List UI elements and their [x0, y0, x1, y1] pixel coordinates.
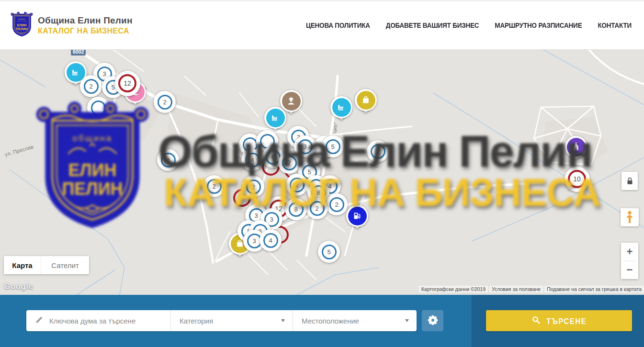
fuel-icon [348, 207, 367, 225]
cluster-count: 2 [251, 183, 255, 190]
cluster-marker[interactable]: 2 [326, 193, 348, 215]
zoom-out-button[interactable]: − [621, 261, 638, 279]
factory-icon [266, 109, 285, 127]
pin-church[interactable] [565, 136, 587, 165]
pin-head [330, 96, 352, 118]
search-button-label: ТЪРСЕНЕ [546, 316, 587, 325]
chevron-down-icon [281, 319, 285, 322]
cluster-count: 12 [124, 79, 131, 87]
pencil-icon [35, 315, 44, 326]
map-type-map-button[interactable]: Карта [4, 256, 41, 274]
attribution-terms-link[interactable]: Условия за ползване [489, 286, 543, 292]
cluster-count: 8 [316, 189, 320, 196]
cluster-marker[interactable]: 2 [154, 91, 176, 113]
location-select[interactable]: Местоположение [293, 310, 417, 331]
search-bar-right: ТЪРСЕНЕ [472, 295, 644, 347]
cluster-marker[interactable]: 2 [80, 75, 102, 97]
keyword-field [26, 310, 171, 331]
map-attribution: Картографски данни ©2019 Условия за полз… [419, 286, 644, 292]
cluster-count: 5 [327, 248, 330, 256]
cluster-marker[interactable]: 5 [318, 241, 340, 263]
cluster-marker[interactable]: 2 [203, 175, 225, 197]
cluster-ring: 2 [246, 179, 261, 194]
street-view-pegman[interactable] [621, 208, 639, 226]
cluster-count: 3 [102, 70, 106, 78]
cluster-marker[interactable]: 12 [115, 71, 140, 96]
attribution-report-link[interactable]: Подаване на сигнал за грешка в картата [544, 286, 644, 292]
cluster-count: 7 [287, 159, 291, 167]
nav-route-schedule[interactable]: МАРШРУТНО РАЗПИСАНИЕ [495, 22, 582, 29]
cluster-marker[interactable]: 3 [294, 135, 316, 157]
map-type-control: Карта Сателит [4, 256, 89, 274]
location-label: Местоположение [302, 317, 359, 325]
pin-head [355, 89, 377, 111]
search-input-group: Категория Местоположение [26, 310, 417, 331]
gear-icon [428, 315, 438, 327]
cluster-marker[interactable]: 7 [278, 152, 300, 174]
cluster-marker[interactable] [367, 140, 389, 162]
cluster-count: 2 [295, 181, 298, 189]
pin-bag[interactable] [355, 89, 377, 118]
cluster-ring: 2 [290, 178, 305, 192]
cluster-ring: 2 [310, 201, 325, 216]
cluster-ring [371, 144, 385, 159]
cluster-marker[interactable]: 4 [241, 149, 263, 171]
cluster-ring: 5 [326, 139, 340, 154]
svg-text:ПЕЛИН: ПЕЛИН [16, 27, 28, 31]
cluster-marker[interactable]: 5 [322, 135, 344, 157]
keyword-input[interactable] [49, 317, 159, 325]
cluster-count: 5 [331, 143, 334, 150]
cluster-count: 2 [212, 183, 215, 190]
lock-button[interactable] [621, 172, 638, 190]
pin-fuel[interactable] [346, 205, 368, 234]
cluster-marker[interactable]: 10 [565, 167, 590, 192]
cluster-ring: 4 [245, 153, 260, 168]
google-logo[interactable]: Google [4, 282, 34, 291]
settings-button[interactable] [422, 310, 443, 331]
factory-icon [332, 98, 351, 117]
map-type-satellite-button[interactable]: Сателит [41, 256, 89, 274]
svg-text:ЕЛИН: ЕЛИН [17, 23, 27, 27]
search-bar-left: Категория Местоположение [0, 295, 472, 347]
svg-text:община: община [18, 18, 26, 20]
pegman-icon [625, 211, 634, 224]
cluster-count: 2 [89, 83, 92, 90]
cluster-count: 8 [294, 206, 297, 213]
cluster-count: 10 [573, 175, 581, 183]
chevron-down-icon [405, 319, 409, 322]
brand[interactable]: община ЕЛИН ПЕЛИН Община Елин Пелин КАТА… [11, 11, 133, 39]
zoom-control: + − [621, 243, 638, 279]
zoom-in-button[interactable]: + [621, 243, 638, 261]
cluster-ring: 3 [298, 139, 313, 154]
nav-contacts[interactable]: КОНТАКТИ [598, 22, 632, 29]
main-nav: ЦЕНОВА ПОЛИТИКА ДОБАВЕТЕ ВАШИЯТ БИЗНЕС М… [306, 22, 632, 29]
search-bar: Категория Местоположение ТЪРСЕНЕ [0, 295, 644, 347]
cluster-ring: 4 [161, 153, 176, 168]
cluster-marker[interactable]: 8 [285, 198, 307, 220]
search-button[interactable]: ТЪРСЕНЕ [486, 310, 632, 331]
pin-head [565, 136, 587, 158]
cluster-count: 3 [303, 143, 306, 150]
cluster-marker[interactable]: 2 [242, 176, 264, 198]
cluster-count: 4 [250, 157, 254, 164]
category-label: Категория [180, 317, 213, 325]
cluster-marker[interactable] [87, 97, 109, 119]
cluster-count: 4 [166, 157, 169, 164]
pin-factory[interactable] [330, 96, 352, 125]
cluster-count: 3 [252, 237, 256, 245]
cluster-count: 5 [307, 168, 311, 176]
cluster-ring: 4 [263, 233, 278, 248]
cluster-count: 5 [111, 84, 114, 91]
map-canvas[interactable]: ул. Преславбул. „Новоселция" 6002 [0, 50, 644, 295]
nav-add-your-business[interactable]: ДОБАВЕТЕ ВАШИЯТ БИЗНЕС [386, 22, 479, 29]
cluster-marker[interactable]: 2 [306, 197, 328, 219]
category-select[interactable]: Категория [171, 310, 293, 331]
nav-pricing-policy[interactable]: ЦЕНОВА ПОЛИТИКА [306, 22, 370, 29]
cluster-count: 3 [270, 216, 273, 223]
cluster-count: 2 [335, 201, 338, 208]
cluster-marker[interactable]: 4 [260, 229, 282, 251]
brand-subtitle: КАТАЛОГ НА БИЗНЕСА [38, 27, 133, 35]
cluster-marker[interactable]: 4 [157, 149, 179, 171]
cluster-ring [91, 101, 106, 115]
cluster-count: 4 [269, 237, 272, 244]
